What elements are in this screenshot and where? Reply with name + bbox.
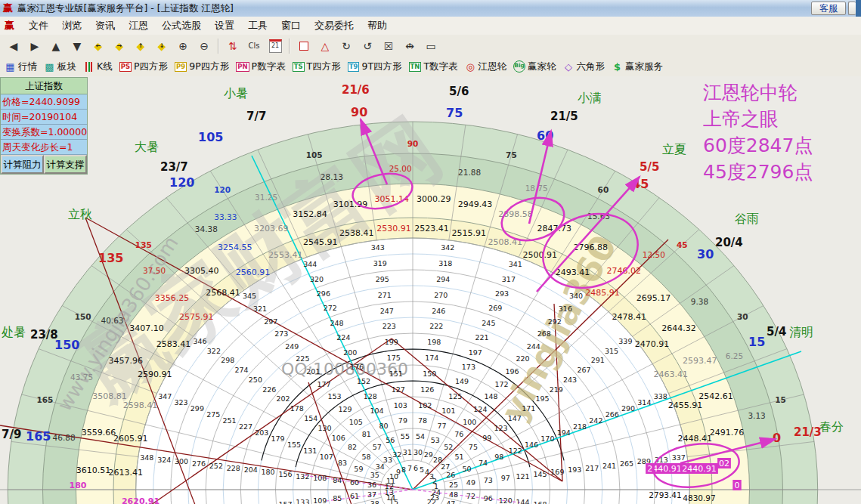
- svg-text:75: 75: [446, 106, 463, 120]
- prev-icon[interactable]: ◀: [3, 37, 24, 55]
- square-tool-icon[interactable]: [293, 37, 314, 55]
- calendar-icon[interactable]: 21: [265, 37, 286, 55]
- svg-text:2440.91: 2440.91: [682, 464, 717, 474]
- sort-updown-icon[interactable]: ⇅: [222, 37, 243, 55]
- zoom-in-icon[interactable]: ⊕: [172, 37, 194, 55]
- svg-text:267: 267: [577, 366, 590, 374]
- diamond-down-icon[interactable]: ◆↓: [151, 37, 172, 55]
- close-box-icon[interactable]: ☒: [378, 37, 399, 55]
- quotes-label: 行情: [18, 60, 37, 73]
- svg-text:146: 146: [525, 441, 538, 449]
- svg-text:347: 347: [158, 392, 172, 400]
- menu-item-0[interactable]: 文件: [22, 18, 55, 32]
- nav-p-square[interactable]: PSP四方形: [119, 60, 168, 73]
- projector-icon[interactable]: ▭: [420, 37, 441, 55]
- menu-item-1[interactable]: 浏览: [55, 18, 88, 32]
- svg-text:202: 202: [276, 394, 290, 403]
- service-button[interactable]: 客服: [811, 2, 846, 15]
- svg-text:172: 172: [494, 380, 508, 388]
- svg-text:198: 198: [427, 338, 441, 346]
- svg-text:105: 105: [306, 150, 323, 159]
- next-icon[interactable]: ▶: [24, 37, 45, 55]
- svg-text:31.25: 31.25: [255, 193, 277, 202]
- svg-text:36: 36: [367, 481, 376, 489]
- svg-text:97: 97: [501, 474, 510, 482]
- menu-item-3[interactable]: 江恩: [122, 18, 155, 32]
- svg-text:128: 128: [364, 392, 377, 400]
- svg-text:21/3: 21/3: [794, 425, 822, 439]
- calc-resistance-button[interactable]: 计算阻力: [1, 155, 44, 174]
- svg-text:80: 80: [379, 422, 388, 430]
- menu-item-2[interactable]: 资讯: [88, 18, 122, 32]
- svg-text:226: 226: [262, 385, 276, 394]
- nav-9t-square[interactable]: T99T四方形: [348, 60, 402, 73]
- svg-text:90: 90: [351, 105, 367, 119]
- nav-winner-wheel[interactable]: Big赢家轮: [513, 60, 556, 73]
- wheel-annotation: 江恩轮中轮上帝之眼60度2847点45度2796点: [703, 79, 813, 185]
- menu-item-6[interactable]: 工具: [241, 18, 274, 32]
- nav-hexagon[interactable]: ◇六角形: [563, 60, 605, 73]
- partial-button[interactable]: [848, 2, 856, 15]
- svg-text:150: 150: [75, 312, 91, 321]
- menu-item-9[interactable]: 帮助: [361, 18, 394, 32]
- menu-item-4[interactable]: 公式选股: [155, 18, 208, 32]
- index-name: 上证指数: [1, 78, 87, 94]
- param-row-1: 时间=20190104: [1, 110, 87, 125]
- nav-kline[interactable]: K线: [83, 60, 113, 73]
- menu-item-8[interactable]: 交易委托: [308, 18, 361, 32]
- up-icon[interactable]: ▲: [45, 37, 67, 55]
- kline-icon: [83, 61, 94, 73]
- svg-text:2523.41: 2523.41: [414, 224, 449, 233]
- svg-text:79: 79: [398, 416, 407, 425]
- nav-quotes[interactable]: ▦行情: [5, 60, 37, 73]
- annotation-line-0: 江恩轮中轮: [703, 79, 813, 106]
- param-row-0: 价格=2440.9099: [1, 94, 87, 110]
- nav-gann-wheel[interactable]: ◎江恩轮: [465, 60, 507, 73]
- svg-text:222: 222: [429, 322, 443, 330]
- svg-text:344: 344: [303, 260, 317, 268]
- nav-t-square[interactable]: TST四方形: [293, 60, 341, 73]
- zoom-out-icon[interactable]: ⊖: [194, 37, 215, 55]
- t-table-label: T数字表: [423, 60, 457, 73]
- svg-text:346: 346: [194, 337, 207, 345]
- diamond-left-icon[interactable]: ◆←: [88, 37, 109, 55]
- svg-text:270: 270: [434, 291, 448, 299]
- svg-text:174: 174: [425, 354, 438, 362]
- nav-p-table[interactable]: PNP数字表: [236, 60, 285, 73]
- cls-icon[interactable]: Cls: [243, 37, 265, 55]
- svg-text:252: 252: [209, 462, 223, 470]
- down-icon[interactable]: ▼: [67, 37, 88, 55]
- rotate-ccw-icon[interactable]: ↺: [357, 37, 378, 55]
- svg-text:342: 342: [441, 243, 454, 252]
- svg-text:249: 249: [285, 342, 299, 351]
- svg-text:247: 247: [380, 307, 394, 315]
- nav-t-table[interactable]: TNT数字表: [409, 60, 458, 73]
- calc-support-button[interactable]: 计算支撑: [44, 155, 87, 174]
- menu-item-7[interactable]: 窗口: [274, 18, 308, 32]
- svg-text:38: 38: [370, 499, 379, 504]
- triangle-tool-icon[interactable]: △: [314, 37, 336, 55]
- svg-text:48: 48: [449, 490, 458, 499]
- svg-text:53: 53: [431, 436, 440, 444]
- svg-text:2530.91: 2530.91: [376, 224, 411, 233]
- 9p-square-icon: P9: [175, 61, 187, 73]
- svg-text:98: 98: [494, 453, 503, 461]
- svg-text:320: 320: [310, 275, 324, 283]
- titlebar: 赢 赢家江恩专业版[赢家服务平台] - [上证指数 江恩轮] 客服: [0, 0, 861, 17]
- svg-text:299: 299: [190, 404, 204, 413]
- svg-text:269: 269: [488, 304, 502, 312]
- nav-9p-square[interactable]: P99P四方形: [175, 60, 229, 73]
- svg-text:2440.91: 2440.91: [647, 464, 682, 474]
- diamond-up-icon[interactable]: ◆↑: [130, 37, 151, 55]
- expand-icon[interactable]: ↔↕: [399, 37, 420, 55]
- svg-text:37.50: 37.50: [143, 266, 166, 275]
- rotate-cw-icon[interactable]: ↻: [336, 37, 357, 55]
- svg-text:251: 251: [223, 416, 237, 425]
- svg-text:立夏: 立夏: [662, 142, 686, 156]
- p-table-icon: PN: [236, 61, 249, 73]
- nav-sectors[interactable]: ▩板块: [44, 60, 76, 73]
- menu-item-5[interactable]: 设置: [208, 18, 241, 32]
- diamond-right-icon[interactable]: ◆→: [109, 37, 130, 55]
- svg-text:165: 165: [26, 429, 51, 444]
- nav-service[interactable]: $赢家服务: [612, 60, 663, 73]
